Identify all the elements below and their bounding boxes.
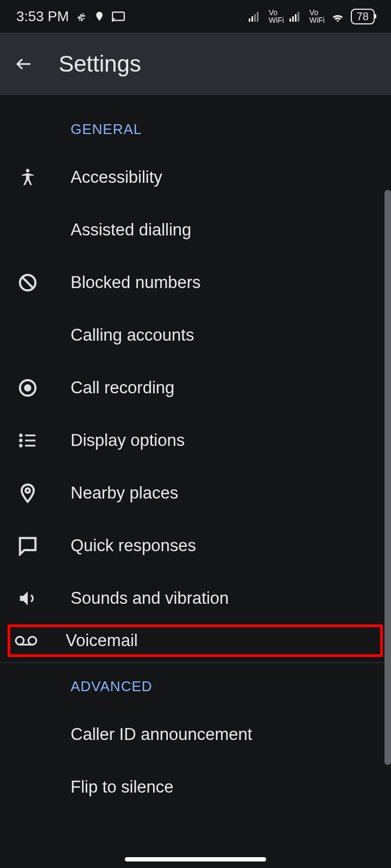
svg-point-14 — [19, 433, 22, 437]
svg-point-9 — [26, 169, 29, 172]
settings-item-quick-responses[interactable]: Quick responses — [0, 519, 391, 572]
list-icon — [11, 430, 71, 451]
settings-content: GENERAL Accessibility Assisted dialling … — [0, 95, 391, 813]
settings-item-label: Blocked numbers — [71, 273, 201, 292]
settings-item-assisted-dialling[interactable]: Assisted dialling — [0, 203, 391, 256]
settings-item-caller-id[interactable]: Caller ID announcement — [0, 708, 391, 761]
page-title: Settings — [59, 51, 141, 77]
svg-point-20 — [26, 488, 30, 493]
svg-line-11 — [22, 277, 34, 288]
svg-rect-3 — [254, 14, 256, 22]
svg-point-18 — [19, 444, 22, 447]
settings-item-label: Flip to silence — [71, 777, 174, 797]
vo-wifi-1: VoWiFi — [269, 9, 284, 24]
svg-rect-5 — [289, 18, 291, 22]
svg-rect-1 — [249, 18, 250, 22]
svg-rect-15 — [25, 434, 35, 436]
location-icon — [94, 10, 105, 23]
settings-item-blocked-numbers[interactable]: Blocked numbers — [0, 256, 391, 309]
settings-item-label: Call recording — [71, 378, 174, 398]
settings-item-display-options[interactable]: Display options — [0, 414, 391, 467]
svg-rect-7 — [295, 14, 297, 22]
settings-item-label: Assisted dialling — [71, 220, 191, 240]
settings-item-voicemail[interactable]: Voicemail — [8, 624, 383, 657]
settings-item-label: Accessibility — [71, 168, 162, 187]
section-header-general: GENERAL — [0, 106, 391, 151]
status-time: 3:53 PM — [16, 8, 69, 25]
svg-point-16 — [19, 438, 22, 442]
accessibility-icon — [11, 167, 71, 188]
svg-rect-8 — [298, 12, 299, 22]
navigation-handle[interactable] — [125, 857, 266, 861]
settings-item-label: Caller ID announcement — [71, 725, 252, 744]
back-button[interactable] — [11, 51, 37, 77]
app-bar: Settings — [0, 33, 391, 95]
status-left: 3:53 PM — [16, 8, 125, 25]
settings-item-label: Calling accounts — [71, 326, 194, 345]
settings-item-label: Nearby places — [71, 483, 178, 503]
record-icon — [11, 378, 71, 398]
settings-item-label: Sounds and vibration — [71, 589, 229, 608]
settings-item-flip-to-silence[interactable]: Flip to silence — [0, 761, 391, 813]
location-pin-icon — [11, 482, 71, 505]
cast-icon — [111, 11, 125, 22]
svg-point-13 — [25, 385, 30, 391]
settings-item-nearby-places[interactable]: Nearby places — [0, 467, 391, 519]
section-header-advanced: ADVANCED — [0, 663, 391, 708]
svg-point-22 — [28, 637, 36, 645]
voicemail-icon — [14, 635, 66, 647]
signal-2-icon — [289, 11, 302, 22]
wifi-icon — [330, 10, 345, 22]
settings-item-call-recording[interactable]: Call recording — [0, 361, 391, 414]
status-bar: 3:53 PM VoWiFi VoWiFi 78 — [0, 0, 391, 33]
settings-item-label: Display options — [71, 431, 185, 450]
vo-wifi-2: VoWiFi — [310, 9, 325, 24]
scrollbar[interactable] — [384, 190, 391, 765]
settings-item-label: Voicemail — [66, 631, 138, 650]
svg-point-21 — [16, 637, 24, 645]
chat-icon — [11, 535, 71, 556]
settings-item-sounds-vibration[interactable]: Sounds and vibration — [0, 572, 391, 624]
settings-item-label: Quick responses — [71, 536, 196, 556]
svg-rect-17 — [25, 439, 35, 441]
signal-1-icon — [249, 11, 262, 22]
svg-rect-6 — [292, 16, 294, 22]
battery-indicator: 78 — [351, 9, 375, 24]
svg-rect-19 — [25, 444, 35, 446]
status-right: VoWiFi VoWiFi 78 — [249, 9, 375, 24]
block-icon — [11, 272, 71, 293]
volume-icon — [11, 588, 71, 609]
svg-rect-4 — [257, 12, 258, 22]
svg-rect-2 — [251, 16, 253, 22]
settings-item-accessibility[interactable]: Accessibility — [0, 151, 391, 203]
settings-item-calling-accounts[interactable]: Calling accounts — [0, 309, 391, 361]
slack-icon — [75, 10, 87, 22]
